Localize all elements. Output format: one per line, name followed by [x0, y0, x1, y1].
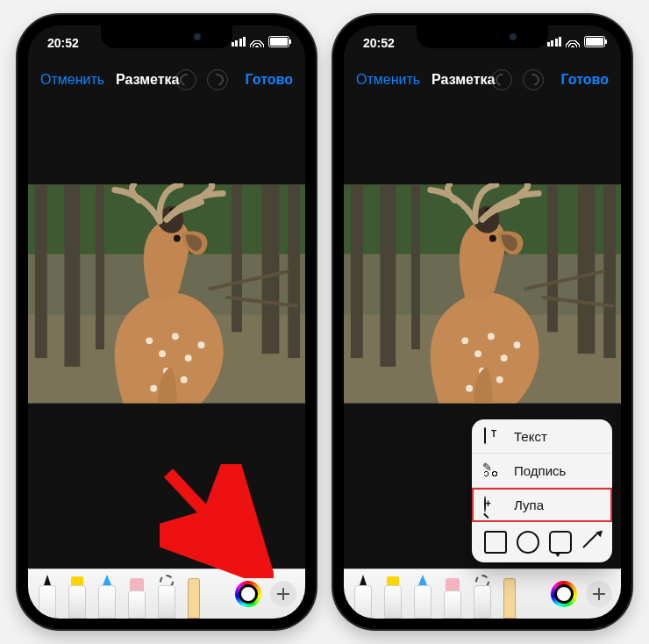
markup-toolbar — [344, 569, 621, 619]
status-time: 20:52 — [47, 36, 79, 50]
battery-icon — [268, 36, 289, 47]
signature-icon — [484, 462, 503, 478]
shape-square-button[interactable] — [484, 531, 507, 554]
add-button[interactable] — [270, 581, 296, 607]
nav-title: Разметка — [431, 72, 495, 88]
add-button[interactable] — [586, 581, 612, 607]
cancel-button[interactable]: Отменить — [40, 72, 104, 88]
shape-arrow-button[interactable] — [581, 531, 601, 550]
color-picker-button[interactable] — [235, 581, 261, 607]
popup-item-label: Текст — [514, 429, 547, 444]
shape-speech-bubble-button[interactable] — [549, 531, 572, 554]
magnifier-icon — [484, 497, 503, 512]
popup-item-loupe[interactable]: Лупа — [472, 488, 612, 522]
done-button[interactable]: Готово — [246, 72, 293, 88]
redo-button[interactable] — [207, 69, 228, 90]
popup-item-text[interactable]: Текст — [472, 419, 612, 454]
cellular-signal-icon — [547, 37, 562, 47]
eraser-tool[interactable] — [440, 573, 465, 619]
battery-icon — [584, 36, 605, 47]
notch — [101, 25, 232, 48]
notch — [417, 25, 548, 48]
phone-right: 20:52 Отменить Разметка Готово — [333, 15, 631, 629]
popup-shapes-row — [472, 522, 612, 562]
canvas-area[interactable] — [28, 99, 305, 569]
pen-tool[interactable] — [35, 573, 60, 619]
undo-button[interactable] — [175, 69, 196, 90]
undo-button[interactable] — [491, 69, 512, 90]
nav-bar: Отменить Разметка Готово — [28, 61, 305, 99]
add-popup-menu: Текст Подпись Лупа — [472, 419, 612, 562]
popup-item-label: Лупа — [514, 497, 544, 512]
color-picker-button[interactable] — [551, 581, 577, 607]
ruler-tool[interactable] — [500, 573, 519, 619]
lasso-tool[interactable] — [470, 573, 495, 619]
redo-button[interactable] — [523, 69, 544, 90]
pencil-tool[interactable] — [410, 573, 435, 619]
popup-item-label: Подпись — [514, 463, 566, 478]
highlighter-tool[interactable] — [65, 573, 89, 619]
pen-tool[interactable] — [351, 573, 375, 619]
edited-photo — [344, 183, 621, 404]
eraser-tool[interactable] — [125, 573, 149, 619]
markup-toolbar — [28, 569, 305, 619]
lasso-tool[interactable] — [154, 573, 179, 619]
shape-circle-button[interactable] — [517, 531, 539, 554]
cellular-signal-icon — [232, 37, 246, 47]
wifi-icon — [250, 37, 264, 47]
wifi-icon — [566, 37, 580, 47]
text-icon — [484, 428, 503, 444]
pencil-tool[interactable] — [95, 573, 119, 619]
nav-title: Разметка — [116, 72, 179, 88]
phone-left: 20:52 Отменить Разметка Готово — [18, 15, 316, 629]
highlighter-tool[interactable] — [381, 573, 405, 619]
cancel-button[interactable]: Отменить — [356, 72, 420, 88]
edited-photo — [28, 183, 305, 404]
popup-item-signature[interactable]: Подпись — [472, 454, 612, 488]
nav-bar: Отменить Разметка Готово — [344, 61, 621, 99]
done-button[interactable]: Готово — [561, 72, 609, 88]
ruler-tool[interactable] — [184, 573, 203, 619]
status-time: 20:52 — [363, 36, 395, 50]
